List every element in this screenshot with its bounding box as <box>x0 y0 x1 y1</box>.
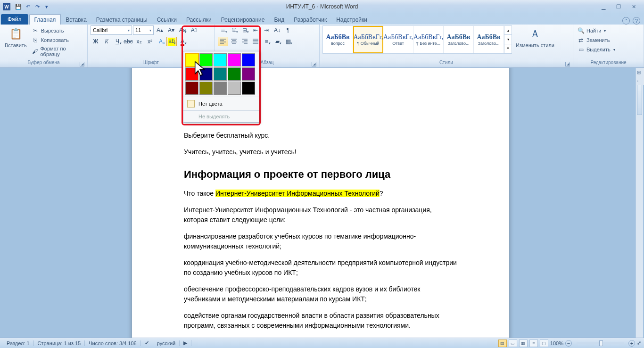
tab-developer[interactable]: Разработчик <box>289 15 331 25</box>
status-macro-icon[interactable]: ▶ <box>180 340 191 346</box>
view-print-layout[interactable]: ▤ <box>498 340 507 347</box>
color-swatch[interactable] <box>214 67 227 81</box>
style-item[interactable]: АаБбВвГг,¶ Без инте... <box>413 26 444 53</box>
color-swatch[interactable] <box>228 67 241 81</box>
shading-button[interactable]: ▰▾ <box>272 37 282 46</box>
save-icon[interactable]: 💾 <box>14 2 23 11</box>
status-words[interactable]: Число слов: 3/4 106 <box>85 340 141 346</box>
numbering-button[interactable]: ①▾ <box>229 25 239 35</box>
file-tab[interactable]: Файл <box>1 14 28 25</box>
zoom-slider[interactable] <box>577 342 624 344</box>
help-icon[interactable]: ? <box>633 17 640 25</box>
strike-button[interactable]: abc <box>123 37 133 46</box>
font-size-combo[interactable]: 11▾ <box>133 25 154 35</box>
style-up[interactable]: ▴ <box>504 26 512 35</box>
font-name-combo[interactable]: Calibri▾ <box>91 25 132 35</box>
ruler-toggle-icon[interactable]: ⊞ <box>637 70 644 76</box>
borders-button[interactable]: ▦▾ <box>283 37 293 46</box>
change-case-button[interactable]: Aa▾ <box>177 25 188 35</box>
close-button[interactable]: ✕ <box>628 3 639 10</box>
color-swatch[interactable] <box>185 67 198 81</box>
color-swatch[interactable] <box>199 82 213 95</box>
view-draft[interactable]: ▢ <box>540 340 548 347</box>
style-down[interactable]: ▾ <box>504 35 512 44</box>
view-reading[interactable]: ▭ <box>509 340 517 347</box>
bullets-button[interactable]: ≣▾ <box>218 25 228 35</box>
line-spacing-button[interactable]: ≡▾ <box>261 37 272 46</box>
color-swatch[interactable] <box>214 82 227 95</box>
select-button[interactable]: ▭Выделить▾ <box>576 45 616 54</box>
redo-icon[interactable]: ↷ <box>33 2 41 11</box>
restore-button[interactable]: ❐ <box>613 3 624 10</box>
increase-indent-button[interactable]: ⇥ <box>261 25 272 35</box>
color-swatch[interactable] <box>242 82 255 95</box>
tab-home[interactable]: Главная <box>29 14 61 25</box>
color-swatch[interactable] <box>214 53 227 66</box>
clear-formatting-button[interactable]: A⃠ <box>189 25 199 35</box>
tab-view[interactable]: Вид <box>269 15 289 25</box>
status-page[interactable]: Страница: 1 из 15 <box>34 340 85 346</box>
minimize-ribbon-icon[interactable]: ˄ <box>622 17 630 25</box>
change-styles-button[interactable]: Ａ Изменить стили <box>514 25 556 49</box>
qat-dropdown-icon[interactable]: ▾ <box>42 2 51 11</box>
zoom-fit-icon[interactable]: ⤢ <box>637 340 641 346</box>
find-button[interactable]: 🔍Найти▾ <box>576 26 607 35</box>
tab-mailings[interactable]: Рассылки <box>182 15 216 25</box>
underline-button[interactable]: Ч▾ <box>112 37 123 46</box>
text-effects-button[interactable]: A▾ <box>156 37 166 46</box>
italic-button[interactable]: К <box>101 37 112 46</box>
tab-insert[interactable]: Вставка <box>61 15 91 25</box>
superscript-button[interactable]: x² <box>145 37 155 46</box>
copy-button[interactable]: ⎘Копировать <box>31 36 84 44</box>
clipboard-launcher[interactable]: ◢ <box>80 62 84 66</box>
zoom-out-button[interactable]: − <box>565 340 572 347</box>
bold-button[interactable]: Ж <box>91 37 101 46</box>
color-swatch[interactable] <box>242 67 255 81</box>
align-center-button[interactable] <box>229 37 239 46</box>
grow-font-button[interactable]: A▴ <box>155 25 165 35</box>
color-swatch[interactable] <box>228 82 241 95</box>
browse-object-icon[interactable]: ◦ <box>637 78 644 85</box>
tab-review[interactable]: Рецензирование <box>216 15 270 25</box>
stop-highlight-option[interactable]: Не выделять <box>183 110 259 122</box>
multilevel-button[interactable]: ⊟▾ <box>239 25 250 35</box>
font-color-button[interactable]: A▾ <box>177 37 188 46</box>
zoom-in-button[interactable]: + <box>628 340 635 347</box>
zoom-value[interactable]: 100% <box>550 340 563 346</box>
document-viewport[interactable]: для вас комфортом. Выберите бесплатный к… <box>0 68 644 338</box>
color-swatch[interactable] <box>199 67 213 81</box>
color-swatch[interactable] <box>228 53 241 66</box>
view-outline[interactable]: ≡ <box>529 340 538 347</box>
style-item[interactable]: АаБбВвЗаголово... <box>444 26 474 53</box>
justify-button[interactable] <box>250 37 261 46</box>
view-web[interactable]: ▦ <box>519 340 528 347</box>
style-item[interactable]: АаБбВвГг,Ответ <box>383 26 413 53</box>
decrease-indent-button[interactable]: ⇤ <box>250 25 261 35</box>
align-left-button[interactable] <box>218 37 228 46</box>
color-swatch[interactable] <box>242 53 255 66</box>
style-item[interactable]: АаБбВвГг,¶ Обычный <box>353 26 383 53</box>
align-right-button[interactable] <box>239 37 250 46</box>
status-proof-icon[interactable]: ✔ <box>141 340 153 346</box>
styles-launcher[interactable]: ◢ <box>565 62 570 66</box>
highlight-color-button[interactable]: ab▾ <box>166 37 177 46</box>
color-swatch[interactable] <box>199 53 213 66</box>
tab-addins[interactable]: Надстройки <box>331 15 372 25</box>
vertical-scrollbar[interactable] <box>636 68 643 338</box>
minimize-button[interactable]: ▁ <box>598 3 609 10</box>
style-more[interactable]: ≡ <box>504 44 512 53</box>
style-item[interactable]: АаБбВввопрос <box>323 26 353 53</box>
color-swatch[interactable] <box>185 53 198 66</box>
style-item[interactable]: АаБбВвЗаголово... <box>474 26 504 53</box>
cut-button[interactable]: ✂Вырезать <box>31 26 84 35</box>
tab-references[interactable]: Ссылки <box>152 15 182 25</box>
status-language[interactable]: русский <box>153 340 180 346</box>
subscript-button[interactable]: x₂ <box>134 37 144 46</box>
zoom-slider-thumb[interactable] <box>599 340 603 346</box>
replace-button[interactable]: ⇄Заменить <box>576 36 611 44</box>
paragraph-launcher[interactable]: ◢ <box>312 62 316 66</box>
format-painter-button[interactable]: 🖌Формат по образцу <box>31 45 84 58</box>
tab-layout[interactable]: Разметка страницы <box>91 15 152 25</box>
paste-button[interactable]: 📋 Вставить <box>3 25 29 49</box>
sort-button[interactable]: A↓ <box>272 25 282 35</box>
